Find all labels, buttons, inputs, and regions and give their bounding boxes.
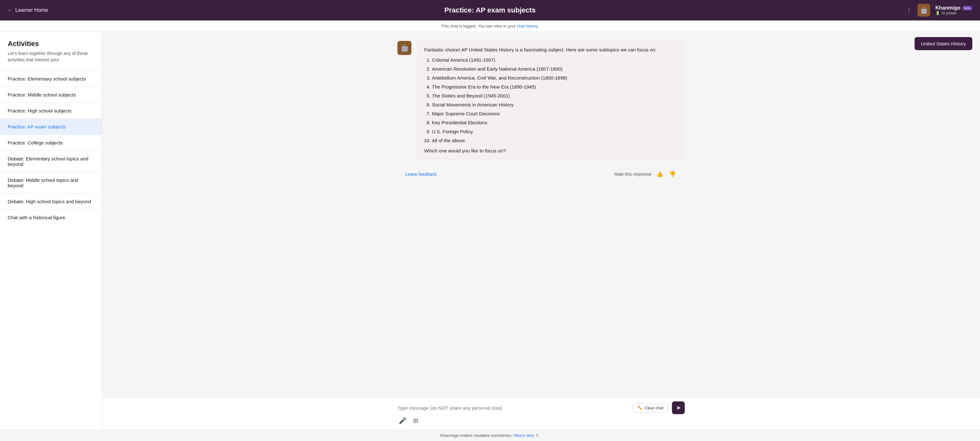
chat-notice-end: . [538, 24, 539, 29]
sidebar-header: Activities Let's learn together through … [0, 32, 102, 66]
back-arrow-icon: ← [8, 7, 13, 13]
ai-avatar: 🤖 [398, 41, 412, 55]
chat-history-link[interactable]: chat history [517, 24, 538, 29]
thumbs-up-button[interactable]: 👍 [655, 169, 664, 179]
input-row: ✏️ Clear chat ➤ [398, 401, 685, 414]
sidebar-subtitle: Let's learn together through any of thes… [8, 51, 94, 63]
edit-icon: ✏️ [638, 406, 643, 410]
page-title: Practice: AP exam subjects [444, 6, 536, 14]
sidebar-item-debate-high[interactable]: Debate: High school topics and beyond [0, 193, 102, 209]
subtopic-1: Colonial America (1491-1607) [432, 56, 677, 64]
subtopic-4: The Progressive Era to the New Era (1890… [432, 83, 677, 91]
image-button[interactable]: ⊞ [412, 415, 420, 426]
subtopic-8: Key Presidential Elections [432, 119, 677, 126]
image-icon: ⊞ [413, 417, 418, 424]
clear-chat-button[interactable]: ✏️ Clear chat [633, 403, 668, 412]
input-area: ✏️ Clear chat ➤ 🎤 ⊞ [102, 397, 980, 430]
chat-area: United States History 🤖 Fantastic choice… [102, 32, 980, 430]
rate-label: Rate this response [614, 172, 652, 177]
main-layout: Activities Let's learn together through … [0, 32, 980, 430]
leave-feedback-link[interactable]: Leave feedback [405, 172, 437, 177]
message-feedback-row: Leave feedback Rate this response 👍 👎 [398, 166, 685, 184]
back-label: Learner Home [15, 7, 48, 13]
input-icons: ✏️ Clear chat ➤ [633, 401, 685, 414]
mic-button[interactable]: 🎤 [398, 415, 408, 426]
footer: Khanmigo makes mistakes sometimes. Here'… [0, 430, 980, 441]
send-button[interactable]: ➤ [672, 401, 685, 414]
beta-badge: beta [963, 6, 972, 11]
khanmigo-info: Khanmigo beta 🔋 AI power [935, 5, 972, 15]
message-question: Which one would you like to focus on? [424, 147, 677, 155]
footer-end: . [539, 433, 540, 438]
header: ← Learner Home Practice: AP exam subject… [0, 0, 980, 21]
sidebar-item-historical-figure[interactable]: Chat with a historical figure [0, 209, 102, 225]
khanmigo-subtitle: 🔋 AI power [935, 11, 972, 15]
sidebar-item-college[interactable]: Practice: College subjects [0, 134, 102, 150]
message-bubble: Fantastic choice! AP United States Histo… [417, 40, 685, 161]
khanmigo-name-text: Khanmigo [935, 5, 960, 11]
messages-container: 🤖 Fantastic choice! AP United States His… [102, 32, 980, 397]
sidebar-item-debate-elementary[interactable]: Debate: Elementary school topics and bey… [0, 150, 102, 172]
message-input[interactable] [398, 403, 633, 413]
subtopic-10: All of the above [432, 137, 677, 144]
clear-chat-label: Clear chat [644, 406, 663, 410]
sidebar-item-high-school[interactable]: Practice: High school subjects [0, 102, 102, 118]
subtopics-list: Colonial America (1491-1607) American Re… [424, 56, 677, 144]
sidebar-title: Activities [8, 40, 94, 48]
subtopic-9: U.S. Foreign Policy [432, 128, 677, 136]
khanmigo-avatar: 🤖 [918, 4, 930, 17]
sidebar-item-middle-school[interactable]: Practice: Middle school subjects [0, 86, 102, 102]
battery-icon: 🔋 [935, 11, 940, 15]
subtopic-2: American Revolution and Early National A… [432, 65, 677, 73]
sidebar: Activities Let's learn together through … [0, 32, 102, 430]
topic-button[interactable]: United States History [915, 37, 972, 50]
ai-power-text: AI power [941, 11, 956, 15]
thumbs-down-button[interactable]: 👎 [668, 169, 677, 179]
send-icon: ➤ [676, 404, 681, 411]
sidebar-item-ap-exam[interactable]: Practice: AP exam subjects [0, 118, 102, 134]
sidebar-item-elementary-school[interactable]: Practice: Elementary school subjects [0, 70, 102, 86]
khanmigo-name-row: Khanmigo beta [935, 5, 972, 11]
ai-message: 🤖 Fantastic choice! AP United States His… [398, 40, 685, 161]
chat-notice-text: This chat is logged. You can view in you… [441, 24, 517, 29]
input-bottom-left: 🎤 ⊞ [398, 415, 420, 426]
heres-why-link[interactable]: Here's why [513, 433, 534, 438]
subtopic-7: Major Supreme Court Decisions [432, 110, 677, 118]
message-intro: Fantastic choice! AP United States Histo… [424, 46, 677, 54]
subtopic-5: The Sixties and Beyond (1945-2001) [432, 92, 677, 100]
more-options-icon[interactable]: ⋮ [906, 6, 912, 14]
header-right: ⋮ 🤖 Khanmigo beta 🔋 AI power [906, 4, 972, 17]
rate-response-container: Rate this response 👍 👎 [614, 169, 677, 179]
footer-text: Khanmigo makes mistakes sometimes. [440, 433, 513, 438]
topic-button-container: United States History [915, 37, 972, 50]
mic-icon: 🎤 [399, 417, 407, 424]
input-bottom: 🎤 ⊞ [398, 415, 685, 426]
back-button[interactable]: ← Learner Home [8, 7, 48, 13]
sidebar-item-debate-middle[interactable]: Debate: Middle school topics and beyond [0, 172, 102, 193]
sidebar-list: Practice: Elementary school subjects Pra… [0, 70, 102, 430]
chat-notice: This chat is logged. You can view in you… [0, 21, 980, 32]
subtopic-3: Antebellum America, Civil War, and Recon… [432, 74, 677, 82]
subtopic-6: Social Movements in American History [432, 101, 677, 109]
